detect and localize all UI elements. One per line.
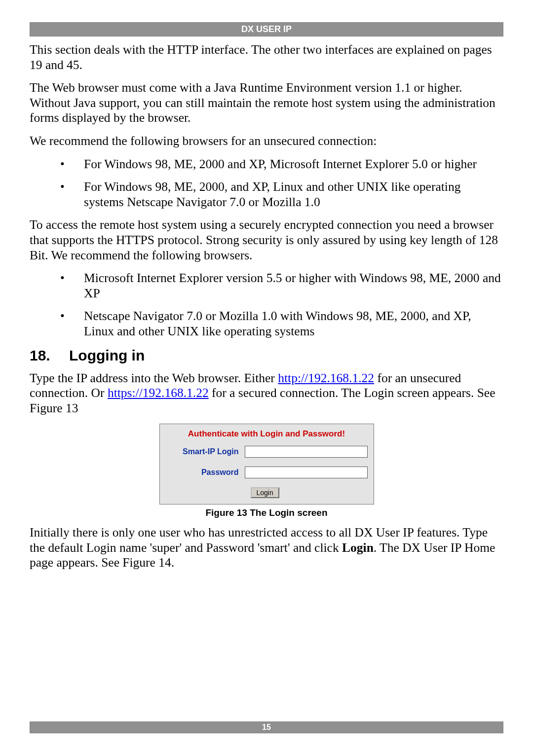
http-link[interactable]: http://192.168.1.22	[278, 371, 374, 385]
page-header-title: DX USER IP	[241, 24, 292, 34]
paragraph-1: This section deals with the HTTP interfa…	[30, 42, 503, 72]
login-button-row: Login	[166, 487, 368, 498]
password-input[interactable]	[245, 467, 368, 478]
paragraph-5: Type the IP address into the Web browser…	[30, 371, 503, 416]
https-link[interactable]: https://192.168.1.22	[108, 386, 209, 400]
section-heading: 18.Logging in	[30, 347, 503, 364]
list-item: Microsoft Internet Explorer version 5.5 …	[30, 271, 503, 301]
password-label: Password	[166, 468, 245, 477]
paragraph-5-text: Type the IP address into the Web browser…	[30, 371, 278, 385]
paragraph-3: We recommend the following browsers for …	[30, 134, 503, 149]
login-panel: Authenticate with Login and Password! Sm…	[159, 424, 374, 504]
section-title: Logging in	[69, 347, 145, 363]
page-header: DX USER IP	[30, 22, 503, 36]
paragraph-2: The Web browser must come with a Java Ru…	[30, 80, 503, 126]
login-label: Smart-IP Login	[166, 447, 245, 456]
list-item: For Windows 98, ME, 2000 and XP, Microso…	[30, 157, 503, 172]
page-footer: 15	[30, 721, 503, 733]
login-bold-word: Login	[342, 540, 374, 555]
list-item: Netscape Navigator 7.0 or Mozilla 1.0 wi…	[30, 309, 503, 339]
paragraph-4: To access the remote host system using a…	[30, 217, 503, 263]
bullet-list-1: For Windows 98, ME, 2000 and XP, Microso…	[30, 157, 503, 210]
section-number: 18.	[30, 347, 69, 364]
figure-caption: Figure 13 The Login screen	[30, 507, 503, 518]
login-panel-title: Authenticate with Login and Password!	[166, 429, 368, 439]
list-item: For Windows 98, ME, 2000, and XP, Linux …	[30, 180, 503, 210]
paragraph-6: Initially there is only one user who has…	[30, 525, 503, 571]
bullet-list-2: Microsoft Internet Explorer version 5.5 …	[30, 271, 503, 339]
login-field-row: Smart-IP Login	[166, 446, 368, 458]
page-number: 15	[262, 723, 271, 731]
login-button[interactable]: Login	[251, 487, 279, 498]
login-input[interactable]	[245, 446, 368, 458]
password-field-row: Password	[166, 467, 368, 478]
